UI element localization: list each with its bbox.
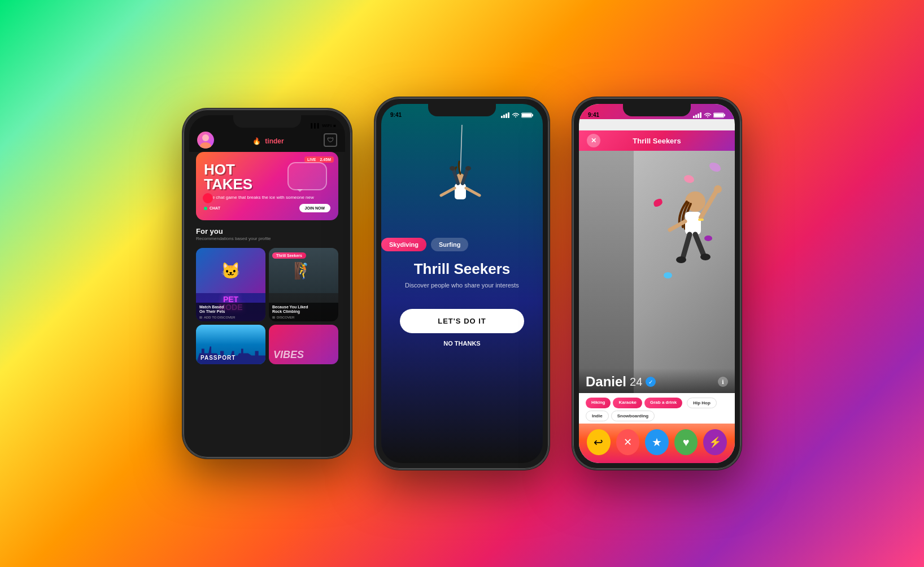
- profile-image-area: Daniel 24 ✓ ℹ: [579, 151, 735, 393]
- for-you-section: For you Recommendations based your profi…: [189, 225, 345, 245]
- thrill-seekers-subtitle: Discover people who share your interests: [381, 281, 543, 290]
- svg-point-27: [714, 185, 722, 193]
- profile-header: ✕ Thrill Seekers: [579, 130, 735, 151]
- tinder-logo: 🔥 tinder: [252, 134, 285, 146]
- svg-rect-7: [532, 114, 533, 116]
- surfing-tag: Surfing: [431, 238, 469, 251]
- svg-rect-18: [695, 115, 697, 118]
- pet-mode-bottom: Match BasedOn Their Pets ⊞ ADD TO DISCOV…: [196, 303, 265, 322]
- user-avatar[interactable]: [197, 132, 214, 149]
- passport-label: PASSPORT: [201, 355, 236, 361]
- like-button[interactable]: ♥: [674, 429, 698, 455]
- grab-drink-tag: Grab a drink: [644, 398, 682, 408]
- tinder-header: 🔥 tinder 🛡: [189, 129, 345, 152]
- skydiver-illustration: [437, 125, 487, 226]
- vibes-card[interactable]: VIBES: [269, 325, 338, 364]
- svg-rect-33: [698, 219, 704, 221]
- super-like-button[interactable]: ★: [645, 429, 669, 455]
- discover-icon: ⊞: [272, 315, 275, 319]
- phone-2-notch: [428, 104, 496, 116]
- svg-rect-4: [505, 114, 507, 118]
- phone-1-status-icons: ▌▌▌ WiFi ■: [311, 123, 336, 128]
- phone-1-tinder-home: ▌▌▌ WiFi ■ 🔥 tinder 🛡 LIVE 2.45M: [182, 108, 352, 459]
- cta-area: LET'S DO IT NO THANKS: [381, 290, 543, 347]
- battery-icon: [713, 112, 726, 118]
- svg-point-1: [200, 142, 211, 149]
- chat-dot: [204, 207, 207, 210]
- svg-line-13: [454, 170, 458, 184]
- svg-point-15: [450, 166, 455, 171]
- interest-tags-row: Skydiving Surfing: [381, 238, 543, 251]
- profile-name: Daniel: [586, 374, 626, 390]
- svg-rect-25: [685, 212, 701, 234]
- passport-card[interactable]: PASSPORT: [196, 325, 265, 364]
- svg-rect-10: [455, 184, 466, 199]
- discover-cards-grid: 🐱 PETMODE Match BasedOn Their Pets ⊞ ADD…: [189, 248, 345, 321]
- flame-icon: 🔥: [252, 137, 261, 145]
- verified-icon: ✓: [646, 377, 656, 387]
- battery-icon: [521, 112, 534, 118]
- phone-3-time: 9:41: [588, 112, 599, 118]
- hot-takes-card: LIVE 2.45M HOT TAKES A live chat game th…: [196, 152, 338, 220]
- signal-icon: ▌▌▌: [311, 123, 320, 128]
- svg-rect-19: [698, 114, 699, 118]
- svg-rect-23: [714, 114, 723, 117]
- phone-2-status-icons: [501, 112, 534, 118]
- phone-1-screen: ▌▌▌ WiFi ■ 🔥 tinder 🛡 LIVE 2.45M: [189, 115, 345, 452]
- nope-button[interactable]: ✕: [616, 429, 640, 455]
- decorative-dot: [203, 193, 213, 203]
- signal-icon: [501, 112, 510, 118]
- svg-rect-20: [700, 112, 701, 118]
- svg-rect-17: [693, 116, 695, 118]
- svg-line-29: [683, 234, 690, 258]
- vibes-label: VIBES: [273, 349, 304, 361]
- svg-point-32: [700, 254, 711, 260]
- rewind-button[interactable]: ↩: [587, 429, 611, 455]
- phone-2-screen: 9:41: [381, 104, 543, 463]
- shield-icon[interactable]: 🛡: [324, 133, 337, 147]
- hot-takes-description: A live chat game that breaks the ice wit…: [204, 195, 330, 200]
- close-button[interactable]: ✕: [587, 134, 600, 147]
- svg-line-30: [695, 234, 704, 255]
- phone-3-notch: [623, 104, 691, 116]
- interest-tags: Hiking Karaoke Grab a drink Hip Hop Indi…: [579, 393, 735, 424]
- skydiver-area: [381, 119, 543, 226]
- for-you-title: For you: [196, 227, 338, 235]
- thrill-card-bottom: Because You LikedRock Climbing ⊞ DISCOVE…: [269, 303, 338, 322]
- phone-3-screen: 9:41 ✕ Thrill Seekers: [579, 104, 735, 463]
- karaoke-tag: Karaoke: [613, 398, 642, 408]
- action-bar: ↩ ✕ ★ ♥ ⚡: [579, 424, 735, 463]
- svg-rect-22: [724, 114, 725, 116]
- wifi-icon: [512, 112, 520, 118]
- lets-do-it-button[interactable]: LET'S DO IT: [400, 309, 524, 333]
- svg-point-31: [676, 256, 686, 263]
- no-thanks-button[interactable]: NO THANKS: [443, 340, 480, 347]
- join-now-button[interactable]: JOIN NOW: [299, 204, 330, 212]
- svg-rect-8: [522, 114, 531, 117]
- hot-takes-bottom: CHAT JOIN NOW: [204, 204, 330, 212]
- snowboarding-tag: Snowboarding: [611, 411, 655, 421]
- phone-2-thrill-seekers: 9:41: [374, 97, 550, 470]
- profile-info-overlay: Daniel 24 ✓ ℹ: [579, 368, 735, 393]
- climber-illustration: [639, 156, 729, 303]
- add-icon: ⊞: [199, 315, 202, 319]
- skydiving-tag: Skydiving: [381, 238, 426, 251]
- indie-tag: Indie: [586, 411, 609, 421]
- svg-point-0: [202, 134, 209, 141]
- svg-rect-5: [508, 112, 509, 118]
- bottom-cards-row: PASSPORT VIBES: [189, 325, 345, 364]
- boost-button[interactable]: ⚡: [703, 429, 727, 455]
- pet-mode-card[interactable]: 🐱 PETMODE Match BasedOn Their Pets ⊞ ADD…: [196, 248, 265, 321]
- hip-hop-tag: Hip Hop: [687, 398, 717, 408]
- svg-rect-2: [501, 116, 503, 118]
- svg-point-16: [465, 166, 471, 171]
- pet-mode-image: 🐱: [196, 248, 265, 293]
- info-button[interactable]: ℹ: [718, 377, 728, 387]
- wifi-icon: WiFi: [322, 123, 332, 128]
- for-you-subtitle: Recommendations based your profile: [196, 236, 338, 241]
- phone-3-status-icons: [693, 112, 726, 118]
- speech-bubble-decoration: [287, 162, 327, 190]
- thrill-seekers-badge: Thrill Seekers: [272, 252, 306, 259]
- thrill-seekers-card[interactable]: Thrill Seekers 🧗 Because You LikedRock C…: [269, 248, 338, 321]
- svg-line-11: [441, 188, 455, 195]
